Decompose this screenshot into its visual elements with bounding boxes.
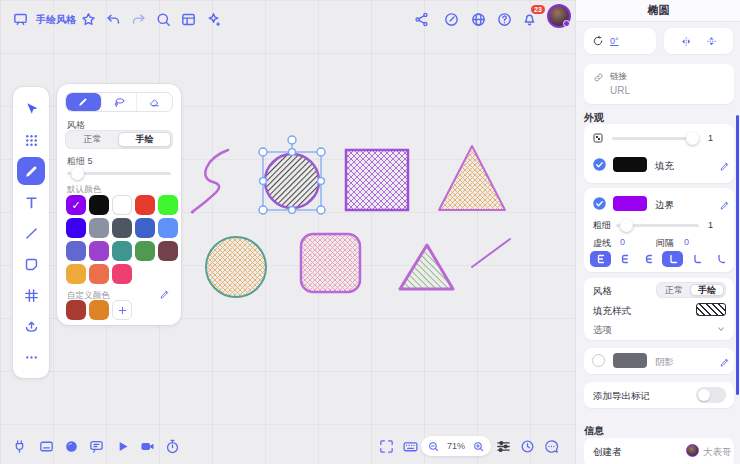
chevron-down-icon[interactable] xyxy=(716,324,726,334)
record-icon[interactable] xyxy=(136,435,158,457)
fill-checkbox[interactable] xyxy=(592,157,607,172)
undo-icon[interactable] xyxy=(102,8,124,30)
color-swatch[interactable] xyxy=(89,241,109,261)
color-swatch[interactable] xyxy=(66,241,86,261)
storyboard-icon[interactable] xyxy=(177,8,199,30)
border-thickness-slider[interactable] xyxy=(616,224,699,227)
eraser-tab[interactable] xyxy=(137,93,172,111)
fill-style-swatch[interactable] xyxy=(696,303,726,316)
flip-vertical-icon[interactable] xyxy=(705,35,718,48)
corner-style-square[interactable] xyxy=(662,251,683,267)
keyboard-icon[interactable] xyxy=(399,435,421,457)
pen-style-handdrawn[interactable]: 手绘 xyxy=(118,132,171,147)
color-swatch[interactable] xyxy=(66,218,86,238)
cap-style-smooth[interactable] xyxy=(638,251,659,267)
lasso-tab[interactable] xyxy=(101,93,138,111)
help-icon[interactable] xyxy=(493,8,515,30)
shape-line[interactable] xyxy=(472,239,510,267)
sphere-icon[interactable] xyxy=(60,435,82,457)
fill-edit-icon[interactable] xyxy=(719,158,731,176)
window-icon[interactable] xyxy=(35,435,57,457)
shape-squiggle[interactable] xyxy=(192,150,228,212)
cap-style-square[interactable] xyxy=(590,251,611,267)
zoom-out-icon[interactable] xyxy=(427,440,440,453)
shape-circle-tan[interactable] xyxy=(206,237,266,297)
add-color-button[interactable] xyxy=(112,300,132,320)
shadow-color-swatch[interactable] xyxy=(613,353,647,368)
line-tool[interactable] xyxy=(17,219,45,247)
share-icon[interactable] xyxy=(410,8,432,30)
color-swatch[interactable] xyxy=(112,218,132,238)
pen-style-normal[interactable]: 正常 xyxy=(67,132,118,147)
shape-rounded-square[interactable] xyxy=(301,234,360,292)
border-checkbox[interactable] xyxy=(592,196,607,211)
color-swatch[interactable] xyxy=(112,264,132,284)
opacity-slider[interactable] xyxy=(612,137,697,140)
play-icon[interactable] xyxy=(111,435,133,457)
style-normal[interactable]: 正常 xyxy=(658,284,690,296)
star-icon[interactable] xyxy=(77,8,99,30)
pen-tool[interactable] xyxy=(17,157,45,185)
fullscreen-icon[interactable] xyxy=(375,435,397,457)
corner-style-round[interactable] xyxy=(686,251,707,267)
cap-style-round[interactable] xyxy=(614,251,635,267)
color-swatch[interactable] xyxy=(66,264,86,284)
fill-color-swatch[interactable] xyxy=(613,157,647,172)
shape-square[interactable] xyxy=(346,150,408,210)
shape-triangle-orange[interactable] xyxy=(439,146,505,210)
color-swatch[interactable] xyxy=(135,218,155,238)
gap-value[interactable]: 0 xyxy=(684,237,689,247)
shape-circle-selected[interactable] xyxy=(265,154,319,208)
options-label[interactable]: 选项 xyxy=(593,324,612,337)
shape-library-tool[interactable] xyxy=(17,126,45,154)
rotation-value[interactable]: 0° xyxy=(610,36,619,46)
corner-style-smooth[interactable] xyxy=(710,251,731,267)
style-handdrawn[interactable]: 手绘 xyxy=(690,284,724,296)
history-icon[interactable] xyxy=(516,435,538,457)
color-swatch[interactable] xyxy=(112,195,132,215)
text-tool[interactable] xyxy=(17,188,45,216)
plugin-icon[interactable] xyxy=(8,435,30,457)
color-swatch[interactable] xyxy=(158,218,178,238)
color-swatch[interactable] xyxy=(89,195,109,215)
dashboard-icon[interactable] xyxy=(440,8,462,30)
dash-value[interactable]: 0 xyxy=(620,237,625,247)
timer-icon[interactable] xyxy=(161,435,183,457)
color-swatch[interactable] xyxy=(89,264,109,284)
upload-tool[interactable] xyxy=(17,312,45,340)
board-icon[interactable] xyxy=(9,8,31,30)
pen-thickness-thumb[interactable] xyxy=(71,167,84,180)
hand-drawn-style-button[interactable]: 手绘风格 xyxy=(36,13,76,27)
shadow-edit-icon[interactable] xyxy=(719,354,731,372)
shadow-checkbox[interactable] xyxy=(592,354,605,367)
globe-icon[interactable] xyxy=(467,8,489,30)
border-edit-icon[interactable] xyxy=(719,197,731,215)
zoom-in-icon[interactable] xyxy=(472,440,485,453)
link-url-input[interactable]: URL xyxy=(610,85,630,96)
color-swatch[interactable] xyxy=(135,241,155,261)
color-swatch[interactable] xyxy=(66,300,86,320)
color-swatch[interactable] xyxy=(158,241,178,261)
border-thickness-thumb[interactable] xyxy=(620,219,633,232)
flip-horizontal-icon[interactable] xyxy=(680,35,693,48)
search-icon[interactable] xyxy=(152,8,174,30)
magic-icon[interactable] xyxy=(202,8,224,30)
panel-scrollbar[interactable] xyxy=(736,115,739,395)
note-tool[interactable] xyxy=(17,250,45,278)
canvas[interactable]: 手绘风格 xyxy=(0,0,575,464)
shape-triangle-green[interactable] xyxy=(400,245,453,289)
color-swatch[interactable] xyxy=(135,195,155,215)
avatar[interactable] xyxy=(547,4,571,28)
color-swatch[interactable] xyxy=(89,218,109,238)
redo-icon[interactable] xyxy=(127,8,149,30)
pen-thickness-slider[interactable] xyxy=(67,172,171,175)
chat-icon[interactable] xyxy=(540,435,562,457)
select-tool[interactable] xyxy=(17,95,45,123)
color-swatch[interactable] xyxy=(112,241,132,261)
filters-icon[interactable] xyxy=(492,435,514,457)
frame-tool[interactable] xyxy=(17,281,45,309)
pen-tab[interactable] xyxy=(66,93,101,111)
color-swatch[interactable] xyxy=(89,300,109,320)
export-mark-toggle[interactable] xyxy=(696,387,726,403)
border-color-swatch[interactable] xyxy=(613,196,647,211)
